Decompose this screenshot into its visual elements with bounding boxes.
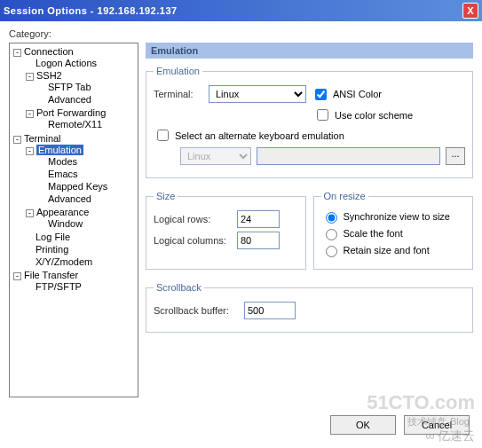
scrollback-input[interactable] (244, 302, 296, 319)
scrollback-group: Scrollback Scrollback buffer: (146, 282, 473, 333)
retain-radio[interactable]: Retain size and font (321, 243, 466, 257)
color-scheme-label: Use color scheme (335, 110, 413, 121)
retain-label: Retain size and font (344, 245, 430, 255)
logical-cols-label: Logical columns: (154, 235, 232, 246)
scrollback-label: Scrollback buffer: (154, 305, 239, 316)
alternate-keyboard-checkbox[interactable]: Select an alternate keyboard emulation (154, 127, 344, 144)
tree-appearance[interactable]: Appearance (36, 207, 89, 217)
dialog-content: Category: -Connection Logon Actions -SSH… (0, 21, 482, 442)
ansi-color-checkbox[interactable]: ANSI Color (312, 86, 382, 103)
tree-advanced[interactable]: Advanced (48, 193, 91, 204)
category-label: Category: (9, 28, 473, 39)
tree-mapped-keys[interactable]: Mapped Keys (48, 181, 107, 192)
tree-ssh2[interactable]: SSH2 (36, 70, 62, 81)
tree-connection[interactable]: Connection (24, 46, 74, 57)
alt-kbd-path (257, 147, 440, 165)
ansi-color-input[interactable] (315, 89, 327, 100)
alt-kbd-select: Linux (180, 147, 251, 165)
titlebar-text: Session Options - 192.168.192.137 (4, 5, 462, 16)
sync-radio-input[interactable] (326, 212, 337, 224)
alt-kbd-label: Select an alternate keyboard emulation (175, 130, 344, 141)
settings-panel: Emulation Emulation Terminal: Linux ANSI… (146, 43, 473, 397)
collapse-icon[interactable]: - (13, 136, 21, 144)
logical-rows-input[interactable] (237, 210, 280, 228)
collapse-icon[interactable]: - (13, 49, 21, 57)
tree-printing[interactable]: Printing (36, 244, 68, 255)
alt-kbd-input[interactable] (157, 130, 169, 141)
tree-sftp-tab[interactable]: SFTP Tab (48, 82, 91, 92)
size-legend: Size (154, 191, 178, 201)
collapse-icon[interactable]: - (26, 147, 34, 155)
emulation-legend: Emulation (154, 66, 202, 76)
onresize-legend: On resize (321, 191, 368, 201)
sync-label: Synchronize view to size (344, 211, 450, 222)
ansi-color-label: ANSI Color (333, 89, 382, 99)
sync-radio[interactable]: Synchronize view to size (321, 209, 466, 224)
scale-radio-input[interactable] (326, 229, 337, 240)
browse-button[interactable]: ... (446, 147, 465, 165)
emulation-group: Emulation Terminal: Linux ANSI Color Use… (146, 66, 473, 178)
tree-window[interactable]: Window (48, 218, 83, 229)
tree-advanced[interactable]: Advanced (48, 94, 91, 105)
size-group: Size Logical rows: Logical columns: (146, 191, 306, 270)
ok-button[interactable]: OK (330, 415, 396, 435)
tree-modes[interactable]: Modes (48, 156, 77, 167)
scale-radio[interactable]: Scale the font (321, 226, 466, 240)
tree-port-forwarding[interactable]: Port Forwarding (36, 107, 106, 118)
color-scheme-input[interactable] (317, 109, 328, 121)
tree-ftp-sftp[interactable]: FTP/SFTP (36, 281, 82, 292)
tree-terminal[interactable]: Terminal (24, 133, 61, 144)
collapse-icon[interactable]: - (13, 272, 21, 280)
tree-emulation[interactable]: Emulation (36, 145, 83, 155)
tree-file-transfer[interactable]: File Transfer (24, 270, 78, 280)
scale-label: Scale the font (344, 228, 403, 239)
logical-rows-label: Logical rows: (154, 214, 232, 224)
category-tree[interactable]: -Connection Logon Actions -SSH2 SFTP Tab… (9, 43, 138, 397)
logical-cols-input[interactable] (237, 232, 280, 249)
dialog-buttons: OK Cancel (9, 415, 473, 435)
tree-remote-x11[interactable]: Remote/X11 (48, 119, 102, 130)
use-color-scheme-checkbox[interactable]: Use color scheme (313, 106, 413, 123)
close-button[interactable]: X (462, 3, 478, 19)
titlebar: Session Options - 192.168.192.137 X (0, 0, 482, 21)
tree-log-file[interactable]: Log File (36, 232, 70, 242)
terminal-select[interactable]: Linux (209, 85, 306, 103)
tree-emacs[interactable]: Emacs (48, 169, 78, 179)
collapse-icon[interactable]: - (26, 73, 34, 81)
tree-logon-actions[interactable]: Logon Actions (36, 58, 97, 68)
terminal-label: Terminal: (154, 89, 203, 99)
retain-radio-input[interactable] (326, 246, 337, 257)
panel-header: Emulation (146, 43, 473, 59)
cancel-button[interactable]: Cancel (404, 415, 470, 435)
onresize-group: On resize Synchronize view to size Scale… (313, 191, 474, 270)
collapse-icon[interactable]: - (26, 209, 34, 217)
collapse-icon[interactable]: - (26, 110, 34, 118)
scrollback-legend: Scrollback (154, 282, 204, 293)
tree-xyzmodem[interactable]: X/Y/Zmodem (36, 256, 92, 267)
